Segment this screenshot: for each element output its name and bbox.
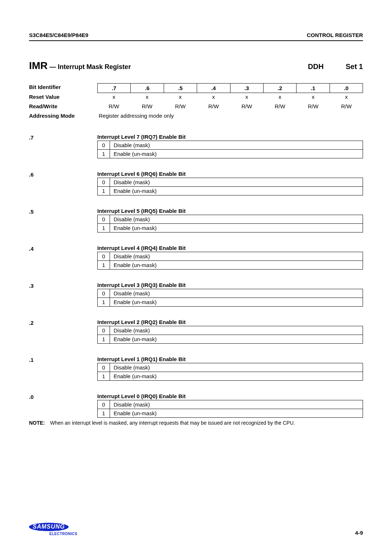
bit-option-value: 0 [98,215,110,223]
bit-section: .0Interrupt Level 0 (IRQ0) Enable Bit0Di… [29,393,363,418]
bit-option-desc: Disable (mask) [110,363,363,372]
bit-section: .6Interrupt Level 6 (IRQ6) Enable Bit0Di… [29,171,363,195]
bit-id-cell: .4 [197,83,230,93]
bit-option-value: 0 [98,141,110,149]
summary-cell: x [97,93,131,102]
summary-cell: R/W [131,102,164,112]
bit-option-row: 0Disable (mask) [98,178,363,186]
summary-cell: x [164,93,197,102]
bit-section-title: Interrupt Level 2 (IRQ2) Enable Bit [97,319,363,325]
bit-id-cell: .5 [164,83,197,93]
bit-number-label: .1 [29,356,97,381]
bit-option-row: 1Enable (un-mask) [98,298,363,306]
bit-option-value: 1 [98,150,110,158]
bit-number-label: .5 [29,208,97,232]
summary-cell: x [131,93,164,102]
bit-option-value: 1 [98,298,110,306]
bit-option-value: 1 [98,409,110,417]
bit-id-cell: .7 [97,83,131,93]
bit-section-title: Interrupt Level 0 (IRQ0) Enable Bit [97,393,363,399]
bit-option-row: 1Enable (un-mask) [98,186,363,195]
bit-section-title: Interrupt Level 1 (IRQ1) Enable Bit [97,356,363,362]
bit-number-label: .4 [29,245,97,270]
bit-option-value: 1 [98,261,110,269]
bit-id-cell: .0 [330,83,363,93]
summary-label: Bit Identifier [29,83,97,93]
bit-option-desc: Enable (un-mask) [110,298,363,306]
bit-section: .4Interrupt Level 4 (IRQ4) Enable Bit0Di… [29,245,363,270]
bit-section-title: Interrupt Level 7 (IRQ7) Enable Bit [97,134,363,140]
brand-name: SAMSUNG [29,523,69,531]
bit-option-desc: Disable (mask) [110,178,363,186]
bit-section-title: Interrupt Level 5 (IRQ5) Enable Bit [97,208,363,214]
bit-number-label: .3 [29,282,97,307]
bit-option-desc: Disable (mask) [110,326,363,335]
bit-option-row: 1Enable (un-mask) [98,260,363,269]
bit-option-desc: Disable (mask) [110,252,363,260]
summary-cell: x [197,93,230,102]
bit-section: .2Interrupt Level 2 (IRQ2) Enable Bit0Di… [29,319,363,344]
register-address: DDH [294,62,338,71]
bit-option-desc: Enable (un-mask) [110,261,363,269]
bit-option-table: 0Disable (mask)1Enable (un-mask) [97,363,363,381]
bit-option-value: 1 [98,372,110,380]
bit-id-cell: .3 [230,83,264,93]
summary-cell: R/W [230,102,264,112]
bit-section: .3Interrupt Level 3 (IRQ3) Enable Bit0Di… [29,282,363,307]
bit-option-row: 0Disable (mask) [98,215,363,223]
summary-cell: R/W [330,102,363,112]
header-right: CONTROL REGISTER [307,32,363,38]
note-label: NOTE: [29,420,50,426]
summary-row: Addressing ModeRegister addressing mode … [29,112,363,121]
summary-cell: x [330,93,363,102]
summary-row: Reset Valuexxxxxxxx [29,93,363,102]
register-set: Set 1 [338,62,363,71]
bit-option-value: 1 [98,187,110,195]
bit-option-value: 0 [98,252,110,260]
bit-option-row: 1Enable (un-mask) [98,372,363,380]
bit-option-row: 1Enable (un-mask) [98,409,363,417]
bit-id-cell: .2 [264,83,297,93]
bit-option-row: 0Disable (mask) [98,326,363,335]
summary-label: Read/Write [29,102,97,112]
summary-row: Read/WriteR/WR/WR/WR/WR/WR/WR/WR/W [29,102,363,112]
page-number: 4-9 [355,530,363,536]
bit-option-desc: Enable (un-mask) [110,335,363,343]
bit-option-row: 1Enable (un-mask) [98,335,363,343]
bit-option-value: 0 [98,326,110,335]
register-name: — Interrupt Mask Register [48,63,131,70]
summary-cell: R/W [97,102,131,112]
summary-cell: x [230,93,264,102]
bit-option-desc: Enable (un-mask) [110,224,363,232]
bit-option-desc: Enable (un-mask) [110,187,363,195]
bit-option-value: 0 [98,289,110,298]
bit-option-row: 1Enable (un-mask) [98,149,363,158]
bit-option-table: 0Disable (mask)1Enable (un-mask) [97,289,363,307]
summary-cell: R/W [164,102,197,112]
bit-option-desc: Disable (mask) [110,400,363,409]
summary-label: Reset Value [29,93,97,102]
summary-label: Addressing Mode [29,112,97,121]
bit-option-row: 0Disable (mask) [98,141,363,149]
bit-option-row: 0Disable (mask) [98,289,363,298]
summary-cell: x [264,93,297,102]
summary-cell: R/W [264,102,297,112]
bit-section-title: Interrupt Level 3 (IRQ3) Enable Bit [97,282,363,288]
addressing-mode-text: Register addressing mode only [97,112,174,121]
bit-number-label: .0 [29,393,97,418]
bit-section-title: Interrupt Level 4 (IRQ4) Enable Bit [97,245,363,251]
bit-section: .1Interrupt Level 1 (IRQ1) Enable Bit0Di… [29,356,363,381]
bit-option-desc: Disable (mask) [110,141,363,149]
bit-section: .5Interrupt Level 5 (IRQ5) Enable Bit0Di… [29,208,363,232]
register-abbr: IMR [29,60,48,71]
bit-number-label: .6 [29,171,97,195]
bit-option-table: 0Disable (mask)1Enable (un-mask) [97,252,363,270]
summary-cell: x [297,93,330,102]
page-header: S3C84E5/C84E9/P84E9 CONTROL REGISTER [29,32,363,41]
bit-option-value: 1 [98,335,110,343]
bit-option-value: 0 [98,400,110,409]
summary-table: Bit Identifier.7.6.5.4.3.2.1.0Reset Valu… [29,83,363,121]
bit-option-table: 0Disable (mask)1Enable (un-mask) [97,178,363,195]
bit-option-value: 0 [98,363,110,372]
bit-option-desc: Enable (un-mask) [110,372,363,380]
